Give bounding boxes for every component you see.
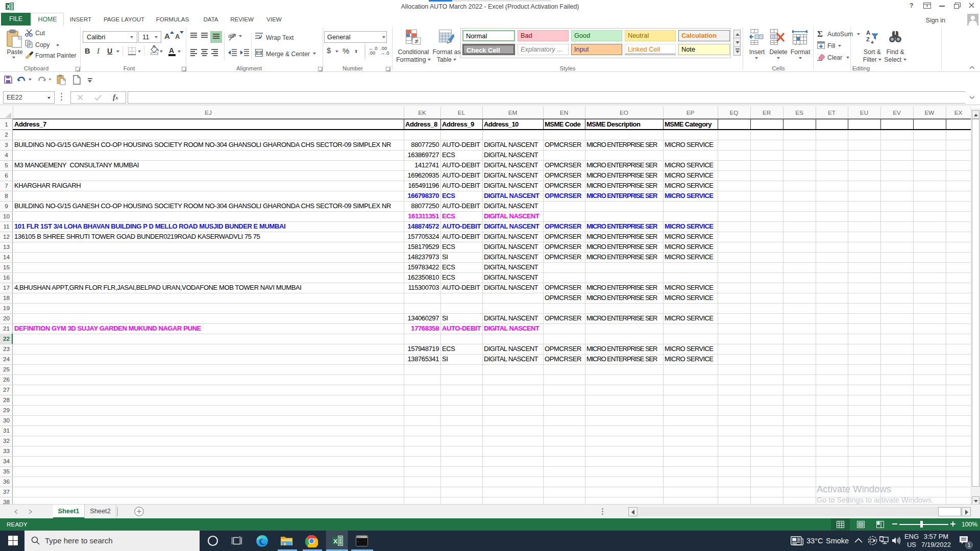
svg-text:1: 1 (968, 542, 971, 548)
svg-text:≠: ≠ (414, 37, 418, 45)
svg-text:A: A (866, 30, 870, 36)
svg-text:X: X (333, 538, 337, 544)
svg-text:C:\_: C:\_ (357, 536, 362, 538)
svg-text:_: _ (357, 539, 359, 542)
svg-text:Z: Z (866, 36, 870, 42)
